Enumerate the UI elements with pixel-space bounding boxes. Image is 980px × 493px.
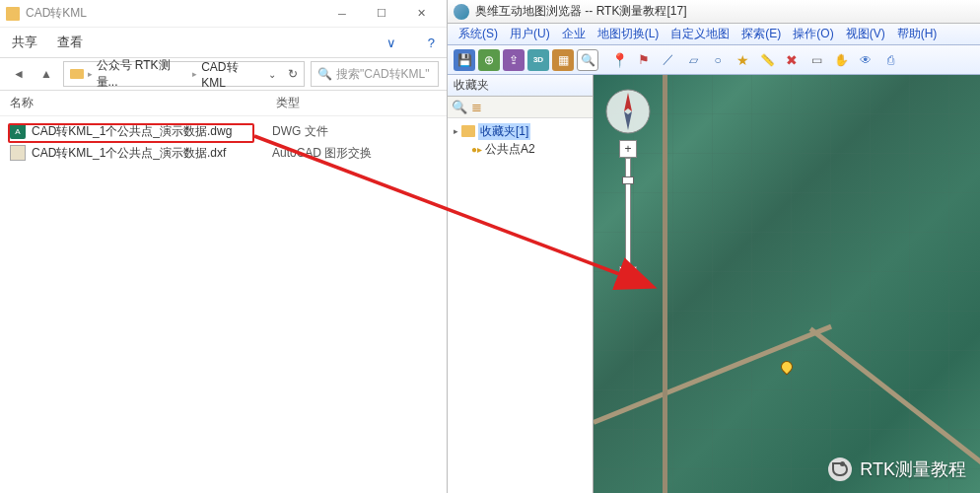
close-button[interactable]: ✕: [401, 1, 441, 27]
file-name: CAD转KML_1个公共点_演示数据.dxf: [32, 145, 272, 162]
3d-toggle[interactable]: 3D: [527, 49, 549, 71]
explorer-titlebar: CAD转KML ─ ☐ ✕: [0, 0, 447, 28]
column-name[interactable]: 名称: [10, 95, 276, 111]
zoom-control: + −: [603, 87, 653, 284]
compass-icon[interactable]: [603, 87, 653, 136]
ruler-icon[interactable]: 📏: [756, 49, 778, 71]
zoom-out-button[interactable]: −: [619, 266, 637, 284]
file-type: AutoCAD 图形交换: [272, 145, 372, 162]
tab-view[interactable]: 查看: [57, 34, 83, 51]
zoom-slider[interactable]: [625, 158, 631, 266]
zoom-in-button[interactable]: +: [619, 140, 637, 158]
wechat-icon: [828, 458, 852, 481]
hand-tool-icon[interactable]: ✋: [830, 49, 852, 71]
folder-icon: [6, 7, 20, 21]
add-icon[interactable]: ⊕: [478, 49, 500, 71]
tree-label: 公共点A2: [485, 141, 535, 158]
marker-icon[interactable]: ★: [732, 49, 753, 71]
chevron-down-icon[interactable]: ⌄: [268, 69, 276, 80]
find-icon[interactable]: 🔍: [452, 100, 467, 114]
layers-icon[interactable]: ▦: [552, 49, 574, 71]
watermark: RTK测量教程: [828, 458, 966, 481]
watermark-text: RTK测量教程: [860, 458, 966, 481]
file-explorer-window: CAD转KML ─ ☐ ✕ 共享 查看 ∨ ? ◄ ▲ ▸ 公众号 RTK测量.…: [0, 0, 448, 493]
toolbar: 💾 ⊕ ⇪ 3D ▦ 🔍 📍 ⚑ ／ ▱ ○ ★ 📏 ✖ ▭ ✋ 👁 ⎙: [448, 45, 980, 75]
map-pin-marker[interactable]: [781, 361, 791, 375]
list-item[interactable]: A CAD转KML_1个公共点_演示数据.dwg DWG 文件: [10, 120, 437, 142]
zoom-thumb[interactable]: [622, 176, 634, 184]
search-input[interactable]: 🔍 搜索"CAD转KML": [311, 61, 439, 87]
maximize-button[interactable]: ☐: [362, 1, 401, 27]
explorer-ribbon-tabs: 共享 查看 ∨ ?: [0, 28, 447, 57]
breadcrumb-seg1[interactable]: 公众号 RTK测量...: [97, 57, 189, 91]
app-icon: [454, 4, 469, 20]
refresh-icon[interactable]: ↻: [288, 67, 298, 81]
tree-label: 收藏夹[1]: [478, 123, 530, 140]
column-type[interactable]: 类型: [276, 95, 300, 111]
line-tool-icon[interactable]: ／: [658, 49, 679, 71]
delete-icon[interactable]: ✖: [781, 49, 803, 71]
tree-view: ▸ 收藏夹[1] ●▸ 公共点A2: [448, 118, 593, 162]
side-panel: 收藏夹 🔍 ≣ ▸ 收藏夹[1] ●▸ 公共点A2: [448, 75, 594, 493]
explorer-navbar: ◄ ▲ ▸ 公众号 RTK测量... ▸ CAD转KML ⌄ ↻ 🔍 搜索"CA…: [0, 57, 447, 91]
menu-custom-map[interactable]: 自定义地图: [665, 26, 735, 42]
screenshot-icon[interactable]: ⎙: [879, 49, 901, 71]
menu-map-switch[interactable]: 地图切换(L): [593, 26, 665, 42]
search-placeholder: 搜索"CAD转KML": [336, 66, 430, 83]
search-icon: 🔍: [317, 67, 332, 81]
dwg-file-icon: A: [10, 123, 26, 139]
file-name: CAD转KML_1个公共点_演示数据.dwg: [32, 123, 272, 140]
map-app-window: 奥维互动地图浏览器 -- RTK测量教程[17] 系统(S) 用户(U) 企业 …: [448, 0, 980, 493]
chevron-icon: ▸: [88, 69, 93, 79]
circle-tool-icon[interactable]: ○: [707, 49, 729, 71]
nav-up-button[interactable]: ▲: [35, 63, 57, 85]
drive-icon: [70, 69, 84, 79]
nav-back-button[interactable]: ◄: [8, 63, 30, 85]
window-title: CAD转KML: [26, 5, 87, 22]
folder-tree-icon[interactable]: ≣: [471, 100, 482, 114]
dxf-file-icon: [10, 145, 26, 161]
help-icon[interactable]: ?: [428, 35, 435, 50]
menu-enterprise[interactable]: 企业: [557, 26, 591, 42]
column-headers: 名称 类型: [0, 91, 447, 116]
expand-icon[interactable]: ▸: [454, 126, 458, 136]
file-type: DWG 文件: [272, 123, 328, 140]
chevron-down-icon[interactable]: ∨: [386, 35, 396, 50]
menu-system[interactable]: 系统(S): [454, 26, 503, 42]
list-item[interactable]: CAD转KML_1个公共点_演示数据.dxf AutoCAD 图形交换: [10, 142, 437, 164]
map-canvas[interactable]: + −: [594, 75, 980, 493]
tree-item-child[interactable]: ●▸ 公共点A2: [454, 140, 587, 158]
menu-explore[interactable]: 探索(E): [736, 26, 786, 42]
app-titlebar: 奥维互动地图浏览器 -- RTK测量教程[17]: [448, 0, 980, 24]
eye-icon[interactable]: 👁: [855, 49, 876, 71]
polygon-tool-icon[interactable]: ▱: [682, 49, 704, 71]
breadcrumb[interactable]: ▸ 公众号 RTK测量... ▸ CAD转KML ⌄ ↻: [63, 61, 305, 87]
breadcrumb-seg2[interactable]: CAD转KML: [201, 59, 260, 90]
point-icon: ●▸: [471, 144, 482, 155]
menu-user[interactable]: 用户(U): [505, 26, 555, 42]
menu-operate[interactable]: 操作(O): [788, 26, 838, 42]
select-tool-icon[interactable]: ▭: [805, 49, 827, 71]
minimize-button[interactable]: ─: [322, 1, 362, 27]
export-icon[interactable]: ⇪: [503, 49, 525, 71]
search-icon[interactable]: 🔍: [577, 49, 598, 71]
panel-title: 收藏夹: [448, 75, 593, 97]
flag-icon[interactable]: ⚑: [633, 49, 655, 71]
file-list: A CAD转KML_1个公共点_演示数据.dwg DWG 文件 CAD转KML_…: [0, 116, 447, 493]
road-feature: [663, 75, 667, 493]
panel-toolbar: 🔍 ≣: [448, 97, 593, 118]
menu-help[interactable]: 帮助(H): [892, 26, 943, 42]
menubar: 系统(S) 用户(U) 企业 地图切换(L) 自定义地图 探索(E) 操作(O)…: [448, 24, 980, 45]
save-icon[interactable]: 💾: [454, 49, 475, 71]
pin-icon[interactable]: 📍: [608, 49, 630, 71]
map-body: 收藏夹 🔍 ≣ ▸ 收藏夹[1] ●▸ 公共点A2: [448, 75, 980, 493]
menu-view[interactable]: 视图(V): [841, 26, 890, 42]
tree-item-root[interactable]: ▸ 收藏夹[1]: [454, 122, 587, 140]
tab-share[interactable]: 共享: [12, 34, 37, 51]
folder-icon: [461, 125, 475, 137]
chevron-icon: ▸: [192, 69, 197, 79]
app-title: 奥维互动地图浏览器 -- RTK测量教程[17]: [475, 3, 686, 20]
